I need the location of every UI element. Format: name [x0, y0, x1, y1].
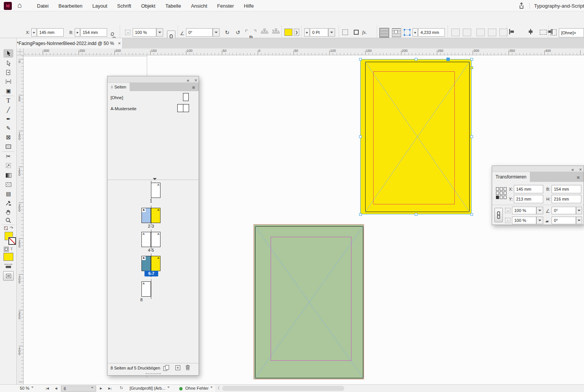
page-thumbnail-8[interactable]: A [141, 281, 151, 297]
pencil-tool[interactable] [3, 124, 13, 132]
screen-mode-button[interactable] [3, 271, 14, 281]
scale-y-field[interactable]: 100 % [512, 217, 536, 224]
corner-radius-spinner[interactable] [412, 28, 418, 37]
zoom-level-dropdown[interactable]: 50 % [20, 386, 34, 390]
horizontal-scrollbar[interactable]: ❮ [216, 385, 584, 392]
note-tool[interactable] [3, 190, 13, 198]
workspace-switcher[interactable]: Typography-and-Scriptin [534, 3, 584, 9]
pen-tool[interactable] [3, 115, 13, 123]
menu-item-datei[interactable]: Datei [32, 3, 53, 9]
x-field[interactable]: 145 mm [514, 185, 543, 193]
fit-content-proportionally-icon[interactable] [463, 29, 471, 36]
preflight-profile-dropdown[interactable]: [Grundprofil] (Arb... [130, 386, 170, 390]
object-style-icon[interactable] [550, 29, 557, 35]
scrollbar-thumb[interactable] [222, 386, 344, 391]
vertical-ruler[interactable]: 0 50 100 150 200 250 300 350 400 [17, 55, 24, 384]
shear-field[interactable]: 0° [552, 217, 576, 224]
master-none-label[interactable]: [Ohne] [111, 95, 123, 100]
ruler-origin-box[interactable] [17, 48, 24, 55]
x-spinner[interactable] [31, 28, 37, 37]
constrain-scale-chain-button[interactable] [494, 208, 503, 222]
rotation-field[interactable]: 0° [186, 28, 213, 37]
align-left-button[interactable] [509, 29, 515, 34]
page-thumbnail-4[interactable]: A [141, 232, 151, 247]
scale-x-field[interactable]: 100 % [512, 207, 536, 214]
spread-label-8[interactable]: 8 [132, 297, 151, 302]
selection-handle[interactable] [359, 135, 362, 138]
preflight-status-dropdown[interactable]: Ohne Fehler [185, 386, 213, 390]
selection-handle[interactable] [470, 135, 473, 138]
reference-point-proxy[interactable] [496, 187, 507, 200]
page-thumbnail-2[interactable]: A [141, 208, 151, 223]
content-collector-tool[interactable] [3, 87, 13, 95]
line-tool[interactable] [3, 106, 13, 114]
selection-handle[interactable] [470, 213, 473, 216]
next-page-button[interactable]: ▶ [100, 387, 102, 390]
selection-handle[interactable] [415, 213, 417, 216]
rotation-dropdown[interactable] [576, 207, 582, 214]
width-spinner[interactable] [75, 28, 80, 37]
apply-color-button[interactable] [3, 253, 13, 261]
page-tool[interactable] [3, 68, 13, 77]
spread-label-6-7-selected[interactable]: 6-7 [144, 271, 158, 276]
rectangle-tool[interactable] [3, 142, 13, 151]
apply-gradient-button[interactable] [5, 264, 12, 268]
fill-frame-proportionally-icon[interactable] [451, 29, 460, 36]
transform-panel-tab[interactable]: Transformieren [492, 172, 530, 182]
menu-item-tabelle[interactable]: Tabelle [160, 3, 186, 9]
zoom-tool[interactable] [3, 216, 13, 225]
fill-color-swatch[interactable] [284, 29, 292, 36]
align-center-button[interactable] [528, 29, 534, 34]
yellow-page-frame[interactable] [360, 59, 472, 214]
menu-item-hilfe[interactable]: Hilfe [239, 3, 259, 9]
delete-page-trash-icon[interactable] [185, 365, 190, 372]
text-wrap-none-button[interactable] [380, 28, 389, 37]
width-field[interactable]: 154 mm [552, 185, 581, 193]
align-to-selection-dropdown[interactable] [540, 30, 547, 35]
stroke-weight-spinner[interactable] [304, 28, 310, 37]
type-tool[interactable] [3, 96, 13, 105]
previous-page-button[interactable]: ◀ [55, 387, 57, 390]
gradient-swatch-tool[interactable] [3, 171, 13, 180]
corner-options-icon[interactable] [342, 29, 348, 35]
fit-content-to-frame-icon[interactable] [488, 29, 496, 36]
object-style-field[interactable]: [Ohne]+ [559, 28, 584, 37]
selection-handle[interactable] [470, 58, 473, 61]
selection-handle[interactable] [415, 58, 417, 61]
spread-label-2-3[interactable]: 2-3 [141, 224, 160, 228]
document-close-icon[interactable] [118, 40, 121, 46]
new-page-button[interactable]: + [175, 365, 180, 370]
fill-color-dropdown[interactable]: ❯ [294, 29, 299, 36]
page-thumbnail-5[interactable]: A [151, 232, 160, 247]
width-field[interactable]: 154 mm [80, 28, 107, 37]
hand-tool[interactable] [3, 208, 13, 216]
rotate-cw-button[interactable] [225, 29, 229, 36]
swap-fill-stroke-icon[interactable]: ↷ [10, 226, 13, 230]
menu-item-schrift[interactable]: Schrift [112, 3, 136, 9]
scissors-tool[interactable] [3, 152, 13, 161]
menu-item-objekt[interactable]: Objekt [136, 3, 160, 9]
formatting-affects-text-button[interactable]: T [10, 246, 13, 251]
home-icon[interactable] [18, 1, 22, 10]
menu-item-bearbeiten[interactable]: Bearbeiten [53, 3, 87, 9]
menu-item-ansicht[interactable]: Ansicht [186, 3, 212, 9]
panel-menu-icon[interactable] [577, 174, 580, 181]
selection-handle[interactable] [359, 58, 362, 61]
pages-panel-tab[interactable]: Seiten [107, 83, 130, 91]
corner-options-widget[interactable] [470, 66, 473, 69]
selection-handle[interactable] [359, 213, 362, 216]
fit-frame-to-content-icon[interactable] [477, 29, 485, 36]
selection-tool[interactable] [3, 49, 13, 58]
corner-radius-field[interactable]: 4,233 mm [418, 28, 445, 37]
page-thumbnail-7[interactable]: A [151, 256, 160, 271]
first-page-button[interactable]: |◀ [46, 387, 49, 390]
corner-shape-icon[interactable] [354, 30, 359, 35]
frame-tool[interactable] [3, 133, 13, 141]
master-none-thumbnail[interactable] [183, 93, 189, 101]
scale-y-dropdown[interactable] [536, 217, 543, 224]
scroll-left-arrow-icon[interactable]: ❮ [217, 386, 220, 390]
height-field[interactable]: 216 mm [552, 195, 581, 203]
scale-x-dropdown[interactable] [156, 28, 163, 37]
select-previous-object-icon[interactable] [272, 28, 280, 37]
master-a-thumbnail-right[interactable] [183, 104, 189, 112]
